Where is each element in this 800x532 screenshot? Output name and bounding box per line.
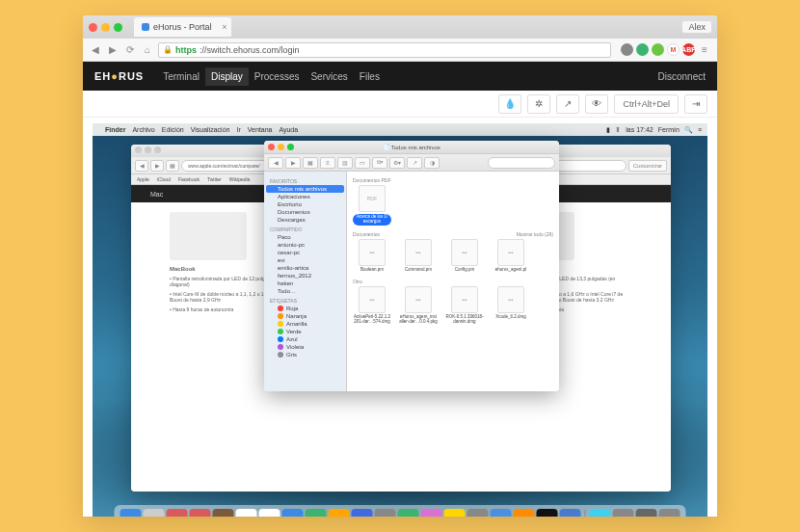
file-item[interactable]: Boolean.pm [353,239,391,273]
file-item[interactable]: Command.pm [399,239,438,273]
dock-app[interactable] [375,509,396,517]
dock-app[interactable] [167,509,188,517]
menu-icon[interactable]: ≡ [698,43,711,57]
view-list-button[interactable]: ≡ [320,157,335,169]
dock-app[interactable] [659,509,680,517]
dock-app[interactable] [590,509,611,517]
close-dot[interactable] [89,23,97,32]
file-item[interactable]: ehorus_agent.pl [492,239,530,273]
zoom-dot[interactable] [287,144,294,150]
abp-icon[interactable]: ABP [682,43,695,56]
minimize-dot[interactable] [278,144,284,150]
ext-icon[interactable] [652,43,664,56]
dock-app[interactable] [120,509,142,517]
sidebar-item[interactable]: Naranja [264,312,346,320]
wifi-icon[interactable]: ⥣ [615,126,621,134]
bookmark-item[interactable]: iCloud [157,176,171,182]
safari-forward-button[interactable]: ▶ [150,160,164,172]
view-icon-button[interactable]: ▦ [303,157,318,169]
gmail-icon[interactable]: M [667,43,680,56]
ehorus-tab-display[interactable]: Display [205,67,249,86]
sidebar-item[interactable]: Gris [264,351,346,359]
dock-app[interactable] [236,509,257,517]
browser-tab[interactable]: eHorus - Portal × [134,17,231,37]
zoom-dot[interactable] [114,23,122,32]
file-item[interactable]: Xcode_6.2.dmg [492,286,530,325]
bookmark-item[interactable]: Apple [137,176,149,182]
dock-app[interactable] [467,509,489,517]
home-button[interactable]: ⌂ [141,43,154,57]
share-button[interactable]: ↗ [407,157,422,169]
sidebar-item[interactable]: Paco [264,233,346,241]
sidebar-item[interactable]: Todos mis archivos [266,185,344,193]
disconnect-link[interactable]: Disconnect [658,71,706,82]
sidebar-item[interactable]: emilio-artica [264,264,346,272]
sidebar-item[interactable]: Amarilla [264,320,346,328]
ehorus-tab-terminal[interactable]: Terminal [157,67,205,86]
menubar-item[interactable]: Ir [236,126,240,133]
show-all-link[interactable]: Mostrar todo (29) [517,231,553,237]
tags-button[interactable]: ◑ [424,157,440,169]
ehorus-tab-processes[interactable]: Processes [249,67,306,86]
gear-icon[interactable]: ✲ [527,94,550,114]
tab-close-icon[interactable]: × [222,22,227,32]
dock-app[interactable] [444,509,466,517]
dock-app[interactable] [352,509,373,517]
file-item[interactable]: Acerca de los Descargos [353,185,391,226]
share-icon[interactable]: ↗ [556,94,579,114]
dock-app[interactable] [421,509,442,517]
action-button[interactable]: ⚙▾ [389,157,405,169]
sidebar-item[interactable]: Aplicaciones [264,193,346,200]
arrange-button[interactable]: ⧉▾ [372,157,387,169]
back-button[interactable]: ◀ [89,43,102,57]
sidebar-item[interactable]: cesar-pc [264,249,346,256]
dock-app[interactable] [514,509,535,517]
view-col-button[interactable]: ▥ [337,157,353,169]
finder-forward-button[interactable]: ▶ [285,157,301,169]
address-bar[interactable]: 🔒 https ://switch.ehorus.com/login [158,42,611,58]
dock-app[interactable] [491,509,512,517]
menubar-user[interactable]: Fermín [658,126,680,133]
reload-button[interactable]: ⟳ [123,43,137,57]
ext-icon[interactable] [621,43,633,56]
safari-back-button[interactable]: ◀ [135,160,148,172]
menubar-item[interactable]: Edición [162,126,184,133]
sidebar-item[interactable]: Documentos [264,208,346,216]
sidebar-item[interactable]: fermos_2012 [264,272,346,279]
sidebar-item[interactable]: Descargas [264,216,346,224]
menubar-item[interactable]: Archivo [132,126,154,133]
dock-app[interactable] [560,509,581,517]
sidebar-item[interactable]: Escritorio [264,200,346,208]
finder-back-button[interactable]: ◀ [268,157,283,169]
search-icon[interactable]: 🔍 [684,126,693,134]
remote-desktop-view[interactable]: Finder ArchivoEdiciónVisualizaciónIrVent… [93,123,707,517]
sidebar-item[interactable]: Todo… [264,287,346,295]
dock-app[interactable] [144,509,165,517]
menubar-item[interactable]: Ayuda [279,126,298,133]
file-item[interactable]: ROK-0.5.1.336018-darwin.dmg [445,286,484,325]
ctrl-alt-del-button[interactable]: Ctrl+Alt+Del [614,94,679,114]
menubar-app[interactable]: Finder [105,126,125,133]
dock-app[interactable] [613,509,634,517]
sidebar-item[interactable]: haken [264,279,346,287]
safari-reader-button[interactable]: Customizar [628,160,667,172]
bookmark-item[interactable]: Facebook [178,176,200,182]
eye-icon[interactable]: 👁 [585,94,608,114]
file-item[interactable]: Config.pm [445,239,484,273]
dock-app[interactable] [190,509,211,517]
dock-app[interactable] [537,509,558,517]
dock-app[interactable] [398,509,419,517]
dock-app[interactable] [259,509,280,517]
bookmark-item[interactable]: Twitter [207,176,222,182]
forward-button[interactable]: ▶ [106,43,120,57]
chrome-user-chip[interactable]: Alex [682,21,711,33]
file-item[interactable]: eHorus_agent_installer-dar…0.0.4.pkg [399,286,438,325]
finder-search-input[interactable] [488,157,555,169]
sidebar-item[interactable]: Verde [264,328,346,335]
ehorus-tab-files[interactable]: Files [354,67,386,86]
dock-app[interactable] [213,509,234,517]
sidebar-item[interactable]: Violeta [264,343,346,351]
drop-icon[interactable]: 💧 [498,94,521,114]
view-gallery-button[interactable]: ▭ [355,157,370,169]
sidebar-item[interactable]: Azul [264,335,346,343]
